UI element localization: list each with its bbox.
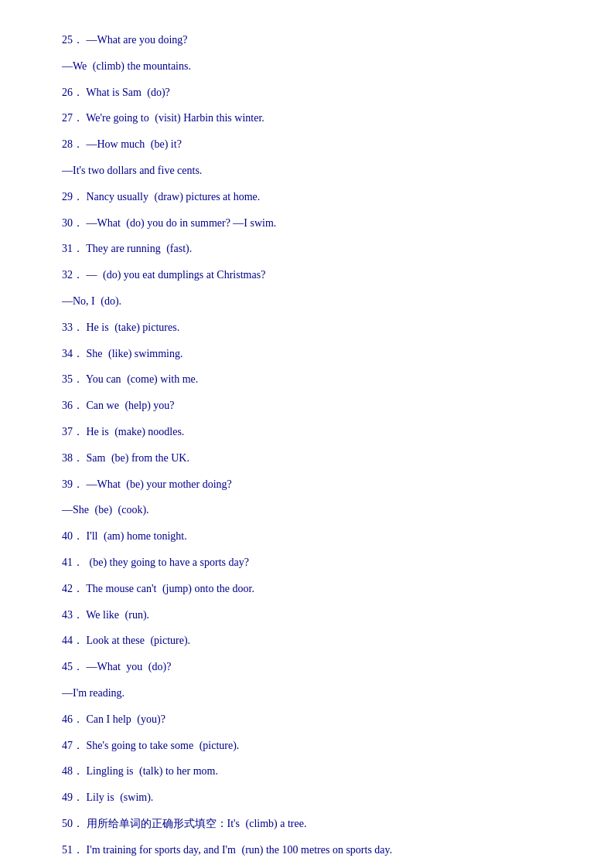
line-32b: —No, I (do). [62,292,552,311]
line-32a: 32． — (do) you eat dumplings at Christma… [62,266,552,284]
main-content: 25． —What are you doing? —We (climb) the… [62,31,552,868]
line-38: 38． Sam (be) from the UK. [62,449,552,468]
line-39a: 39． —What (be) your mother doing? [62,475,552,494]
line-36: 36． Can we (help) you? [62,397,552,415]
line-number: 34． [62,348,84,359]
line-45b: —I'm reading. [62,684,552,703]
line-28a: 28． —How much (be) it? [62,135,552,154]
line-25: 25． —What are you doing? [62,31,552,49]
line-50: 50． 用所给单词的正确形式填空：It's (climb) a tree. [62,815,552,833]
line-number: 36． [62,400,84,411]
line-number: 25． [62,34,84,46]
line-28b: —It's two dollars and five cents. [62,162,552,180]
line-number: 49． [62,791,84,803]
line-number: 37． [62,426,84,437]
line-40: 40． I'll (am) home tonight. [62,527,552,546]
line-number: 46． [62,713,84,725]
line-33: 33． He is (take) pictures. [62,318,552,337]
line-25b: —We (climb) the mountains. [62,57,552,76]
line-45a: 45． —What you (do)? [62,658,552,676]
line-46: 46． Can I help (you)? [62,710,552,729]
line-number: 44． [62,635,84,646]
line-27: 27． We're going to (visit) Harbin this w… [62,109,552,128]
line-34: 34． She (like) swimming. [62,345,552,363]
line-number: 50． [62,818,84,829]
line-51: 51． I'm training for sports day, and I'm… [62,841,552,859]
line-30: 30． —What (do) you do in summer? —I swim… [62,214,552,233]
line-number: 31． [62,243,84,254]
line-number: 28． [62,138,84,150]
line-number: 38． [62,452,84,464]
line-number: 30． [62,217,84,229]
line-number: 33． [62,322,84,333]
line-number: 29． [62,191,84,203]
line-number: 48． [62,765,84,777]
line-41: 41． (be) they going to have a sports day… [62,553,552,572]
line-26: 26． What is Sam (do)? [62,83,552,102]
line-49: 49． Lily is (swim). [62,788,552,807]
line-44: 44． Look at these (picture). [62,631,552,650]
line-number: 26． [62,87,84,98]
line-number: 43． [62,609,84,621]
line-number: 42． [62,583,84,594]
line-39b: —She (be) (cook). [62,501,552,519]
line-35: 35． You can (come) with me. [62,370,552,389]
line-number: 32． [62,269,84,281]
line-number: 27． [62,112,84,124]
line-number: 45． [62,661,84,672]
line-number: 51． [62,844,84,856]
line-number: 41． [62,557,84,568]
line-31: 31． They are running (fast). [62,240,552,258]
line-43: 43． We like (run). [62,606,552,625]
line-number: 39． [62,478,84,490]
line-48: 48． Lingling is (talk) to her mom. [62,762,552,781]
line-29: 29． Nancy usually (draw) pictures at hom… [62,188,552,206]
line-42: 42． The mouse can't (jump) onto the door… [62,580,552,598]
line-47: 47． She's going to take some (picture). [62,737,552,755]
line-37: 37． He is (make) noodles. [62,423,552,441]
line-number: 40． [62,530,84,542]
line-number: 47． [62,740,84,751]
line-number: 35． [62,373,84,385]
